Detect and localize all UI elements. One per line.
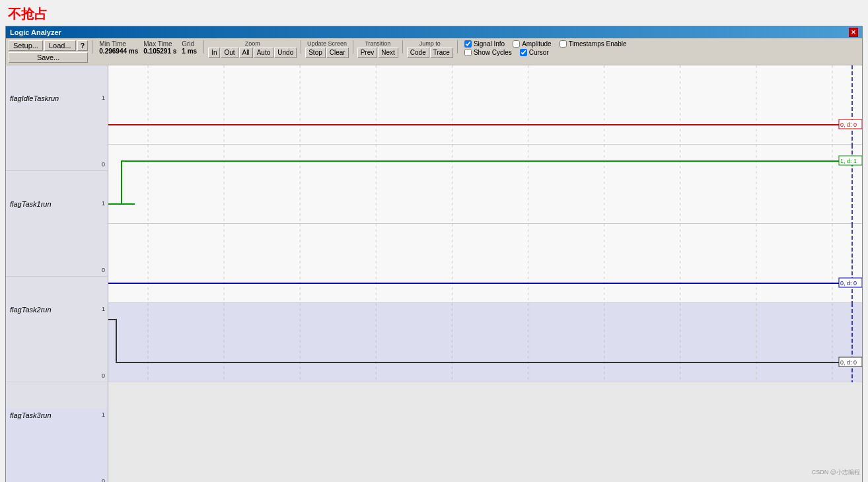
- save-button[interactable]: Save...: [9, 52, 88, 63]
- min-time-group: Min Time 0.296944 ms: [99, 40, 138, 55]
- scale-1-0: 1: [102, 94, 105, 101]
- wave-row-3: 0, d: 0: [108, 303, 862, 382]
- zoom-section: Zoom In Out All Auto Undo: [208, 40, 297, 58]
- svg-text:0,  d: 0: 0, d: 0: [840, 280, 857, 287]
- scale-0-0: 0: [102, 161, 105, 168]
- wave-svg-3: 0, d: 0: [108, 303, 862, 382]
- wave-row-0: 0, d: 0: [108, 65, 862, 145]
- cursor-option[interactable]: Cursor: [520, 49, 549, 56]
- zoom-all-button[interactable]: All: [239, 48, 253, 58]
- signal-label-row-3: 1 flagTask3run 0: [6, 409, 108, 482]
- trans-prev-button[interactable]: Prev: [357, 48, 378, 58]
- update-section: Update Screen Stop Clear: [305, 40, 348, 58]
- show-cycles-option[interactable]: Show Cycles: [464, 49, 512, 56]
- signal-name-3: flagTask3run: [6, 409, 108, 422]
- svg-text:0,  d: 0: 0, d: 0: [840, 359, 857, 366]
- separator-2: [203, 40, 204, 53]
- wave-row-2: 0, d: 0: [108, 224, 862, 303]
- update-clear-button[interactable]: Clear: [326, 48, 349, 58]
- show-cycles-label: Show Cycles: [474, 49, 512, 56]
- file-buttons-group: Setup... Load... ? Save...: [9, 40, 88, 63]
- transition-label: Transition: [365, 40, 390, 47]
- show-cycles-checkbox[interactable]: [464, 49, 472, 56]
- svg-text:0,  d: 0: 0, d: 0: [840, 121, 857, 128]
- zoom-out-button[interactable]: Out: [221, 48, 238, 58]
- signal-info-checkbox[interactable]: [464, 40, 472, 48]
- timestamps-option[interactable]: Timestamps Enable: [560, 40, 627, 48]
- window-title: Logic Analyzer: [10, 28, 61, 36]
- toolbar: Setup... Load... ? Save... Min Time 0.29…: [6, 38, 862, 65]
- cursor-label: Cursor: [529, 49, 549, 56]
- setup-button[interactable]: Setup...: [9, 40, 43, 51]
- zoom-label: Zoom: [245, 40, 260, 47]
- grid-label: Grid: [182, 40, 197, 48]
- zoom-undo-button[interactable]: Undo: [274, 48, 297, 58]
- page-title: 不抢占: [0, 0, 868, 26]
- update-stop-button[interactable]: Stop: [305, 48, 326, 58]
- wave-svg-1: 1, d: 1: [108, 145, 862, 224]
- amplitude-label: Amplitude: [522, 40, 551, 48]
- trans-next-button[interactable]: Next: [378, 48, 398, 58]
- max-time-value: 0.105291 s: [143, 48, 176, 55]
- grid-group: Grid 1 ms: [182, 40, 197, 55]
- close-button[interactable]: ✕: [849, 28, 858, 37]
- transition-section: Transition Prev Next: [357, 40, 398, 58]
- watermark: CSDN @小志编程: [812, 468, 860, 477]
- signal-label-row-0: 1 flagIdleTaskrun 0: [6, 92, 108, 171]
- scale-1-2: 1: [102, 306, 105, 312]
- max-time-label: Max Time: [143, 40, 176, 48]
- wave-svg-0: 0, d: 0: [108, 65, 862, 145]
- load-button[interactable]: Load...: [44, 40, 76, 51]
- jumpto-label: Jump to: [419, 40, 441, 47]
- min-time-label: Min Time: [99, 40, 138, 48]
- cursor-checkbox[interactable]: [520, 49, 527, 56]
- update-screen-label: Update Screen: [307, 40, 347, 47]
- amplitude-checkbox[interactable]: [513, 40, 520, 48]
- grid-value: 1 ms: [182, 48, 197, 55]
- separator-5: [402, 40, 403, 53]
- scale-0-2: 0: [102, 372, 105, 379]
- waveform-area[interactable]: 0, d: 0: [108, 65, 862, 482]
- scale-1-1: 1: [102, 200, 105, 207]
- min-time-value: 0.296944 ms: [99, 48, 138, 55]
- wave-svg-2: 0, d: 0: [108, 224, 862, 303]
- separator-4: [353, 40, 353, 53]
- help-button[interactable]: ?: [77, 40, 89, 51]
- zoom-in-button[interactable]: In: [208, 48, 220, 58]
- signal-name-1: flagTask1run: [6, 197, 108, 211]
- signal-label-row-2: 1 flagTask2run 0: [6, 303, 108, 382]
- jump-trace-button[interactable]: Trace: [430, 48, 453, 58]
- jumpto-section: Jump to Code Trace: [407, 40, 453, 58]
- timestamps-label: Timestamps Enable: [569, 40, 627, 48]
- signal-label-row-1: 1 flagTask1run 0: [6, 197, 108, 277]
- signal-name-2: flagTask2run: [6, 303, 108, 316]
- wave-row-1: 1, d: 1: [108, 145, 862, 224]
- signal-info-option[interactable]: Signal Info: [464, 40, 505, 48]
- scale-0-3: 0: [102, 478, 105, 482]
- max-time-group: Max Time 0.105291 s: [143, 40, 176, 55]
- zoom-auto-button[interactable]: Auto: [254, 48, 274, 58]
- timestamps-checkbox[interactable]: [560, 40, 567, 48]
- logic-analyzer-window: Logic Analyzer ✕ Setup... Load... ? Save…: [5, 26, 863, 482]
- time-info-group: Min Time 0.296944 ms Max Time 0.105291 s…: [99, 40, 197, 55]
- main-content: 1 flagIdleTaskrun 0 1 flagTask1run 0 1 f…: [6, 65, 862, 482]
- amplitude-option[interactable]: Amplitude: [513, 40, 551, 48]
- separator-3: [301, 40, 301, 53]
- jump-code-button[interactable]: Code: [407, 48, 429, 58]
- options-group: Signal Info Amplitude Timestamps Enable …: [464, 40, 627, 56]
- signal-name-0: flagIdleTaskrun: [6, 92, 108, 105]
- signal-labels-panel: 1 flagIdleTaskrun 0 1 flagTask1run 0 1 f…: [6, 65, 108, 482]
- separator-1: [92, 40, 92, 53]
- signal-info-label: Signal Info: [474, 40, 505, 48]
- separator-6: [457, 40, 458, 53]
- window-titlebar: Logic Analyzer ✕: [6, 26, 862, 38]
- svg-text:1,  d: 1: 1, d: 1: [840, 158, 857, 164]
- scale-1-3: 1: [102, 411, 105, 418]
- scale-0-1: 0: [102, 267, 105, 273]
